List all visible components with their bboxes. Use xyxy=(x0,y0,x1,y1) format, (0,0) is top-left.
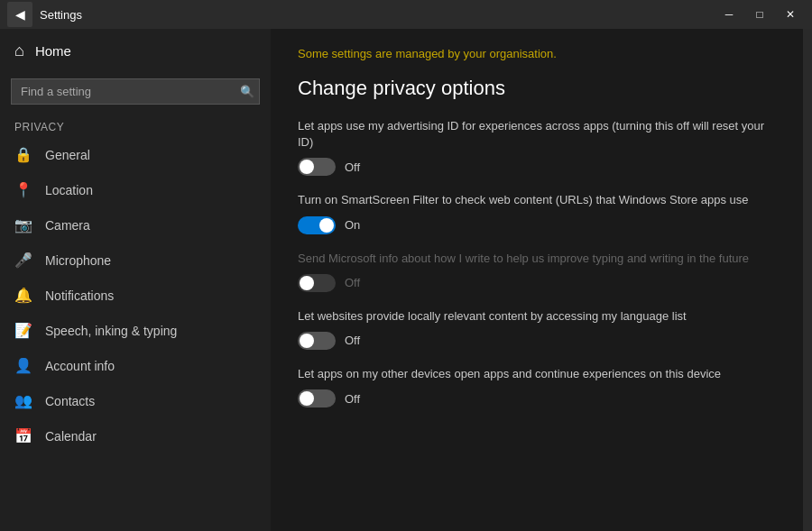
lock-icon: 🔒 xyxy=(14,146,32,163)
option-typing-info: Send Microsoft info about how I write to… xyxy=(298,251,776,292)
scrollbar-track[interactable] xyxy=(803,29,812,531)
sidebar-search-area: 🔍 xyxy=(0,73,271,114)
content-panel: Some settings are managed by your organi… xyxy=(271,29,803,531)
sidebar-item-calendar-label: Calendar xyxy=(45,429,97,444)
option-advertising-id: Let apps use my advertising ID for exper… xyxy=(298,118,776,176)
option-typing-info-label: Send Microsoft info about how I write to… xyxy=(298,251,776,267)
toggle-typing-info xyxy=(298,274,336,292)
option-smartscreen: Turn on SmartScreen Filter to check web … xyxy=(298,192,776,233)
search-button[interactable]: 🔍 xyxy=(240,85,254,98)
sidebar-item-microphone[interactable]: 🎤 Microphone xyxy=(0,243,271,278)
sidebar-item-notifications[interactable]: 🔔 Notifications xyxy=(0,278,271,313)
sidebar-item-general[interactable]: 🔒 General xyxy=(0,137,271,172)
maximize-button[interactable]: □ xyxy=(745,2,774,27)
toggle-other-devices-state: Off xyxy=(345,392,360,406)
sidebar-item-camera-label: Camera xyxy=(45,218,90,233)
sidebar-item-account-info[interactable]: 👤 Account info xyxy=(0,348,271,383)
toggle-other-devices-row: Off xyxy=(298,389,776,407)
sidebar-item-general-label: General xyxy=(45,148,90,162)
app-title: Settings xyxy=(40,8,715,22)
microphone-icon: 🎤 xyxy=(14,252,32,269)
toggle-advertising-id-state: Off xyxy=(345,160,360,174)
minimize-button[interactable]: ─ xyxy=(715,2,743,27)
toggle-language-list-track xyxy=(298,332,336,350)
home-label: Home xyxy=(35,43,71,59)
calendar-icon: 📅 xyxy=(14,427,32,444)
toggle-smartscreen[interactable] xyxy=(298,216,336,234)
sidebar-item-speech-label: Speech, inking & typing xyxy=(45,324,177,338)
toggle-advertising-id-row: Off xyxy=(298,158,776,176)
back-button[interactable]: ◀ xyxy=(7,2,32,27)
toggle-smartscreen-track xyxy=(298,216,336,234)
option-other-devices: Let apps on my other devices open apps a… xyxy=(298,366,776,407)
sidebar-item-location-label: Location xyxy=(45,183,93,197)
location-icon: 📍 xyxy=(14,181,32,198)
toggle-smartscreen-thumb xyxy=(319,218,334,233)
sidebar-item-speech[interactable]: 📝 Speech, inking & typing xyxy=(0,313,271,348)
main-content: ⌂ Home 🔍 Privacy 🔒 General 📍 Location 📷 … xyxy=(0,29,812,531)
toggle-advertising-id-track xyxy=(298,158,336,176)
sidebar-item-home[interactable]: ⌂ Home xyxy=(0,29,271,73)
option-other-devices-label: Let apps on my other devices open apps a… xyxy=(298,366,776,382)
sidebar-item-location[interactable]: 📍 Location xyxy=(0,172,271,207)
sidebar-item-calendar[interactable]: 📅 Calendar xyxy=(0,418,271,453)
sidebar-item-microphone-label: Microphone xyxy=(45,253,111,268)
toggle-language-list[interactable] xyxy=(298,332,336,350)
option-smartscreen-label: Turn on SmartScreen Filter to check web … xyxy=(298,192,776,208)
toggle-language-list-thumb xyxy=(300,334,314,348)
speech-icon: 📝 xyxy=(14,322,32,339)
toggle-smartscreen-state: On xyxy=(345,218,360,232)
option-language-list: Let websites provide locally relevant co… xyxy=(298,308,776,350)
sidebar-item-account-label: Account info xyxy=(45,359,115,373)
org-notice: Some settings are managed by your organi… xyxy=(298,47,776,60)
option-language-list-label: Let websites provide locally relevant co… xyxy=(298,308,776,325)
toggle-other-devices-thumb xyxy=(300,391,314,406)
option-advertising-id-label: Let apps use my advertising ID for exper… xyxy=(298,118,776,151)
toggle-advertising-id[interactable] xyxy=(298,158,336,176)
toggle-typing-info-row: Off xyxy=(298,274,776,292)
sidebar-item-notifications-label: Notifications xyxy=(45,288,114,303)
window-controls: ─ □ ✕ xyxy=(715,2,805,27)
toggle-typing-info-thumb xyxy=(300,276,314,290)
page-title: Change privacy options xyxy=(298,77,776,100)
camera-icon: 📷 xyxy=(14,216,32,233)
toggle-smartscreen-row: On xyxy=(298,216,776,234)
close-button[interactable]: ✕ xyxy=(776,2,805,27)
sidebar: ⌂ Home 🔍 Privacy 🔒 General 📍 Location 📷 … xyxy=(0,29,271,531)
sidebar-item-camera[interactable]: 📷 Camera xyxy=(0,207,271,243)
contacts-icon: 👥 xyxy=(14,392,32,409)
search-input[interactable] xyxy=(11,78,260,105)
notifications-icon: 🔔 xyxy=(14,287,32,304)
title-bar: ◀ Settings ─ □ ✕ xyxy=(0,0,812,29)
toggle-typing-info-track xyxy=(298,274,336,292)
toggle-advertising-id-thumb xyxy=(300,160,314,174)
home-icon: ⌂ xyxy=(14,41,24,60)
toggle-language-list-state: Off xyxy=(345,334,360,347)
account-icon: 👤 xyxy=(14,357,32,374)
toggle-other-devices-track xyxy=(298,389,336,407)
toggle-typing-info-state: Off xyxy=(345,276,360,289)
sidebar-section-privacy: Privacy xyxy=(0,114,271,137)
sidebar-item-contacts-label: Contacts xyxy=(45,394,95,408)
toggle-other-devices[interactable] xyxy=(298,389,336,407)
toggle-language-list-row: Off xyxy=(298,332,776,350)
sidebar-item-contacts[interactable]: 👥 Contacts xyxy=(0,383,271,418)
